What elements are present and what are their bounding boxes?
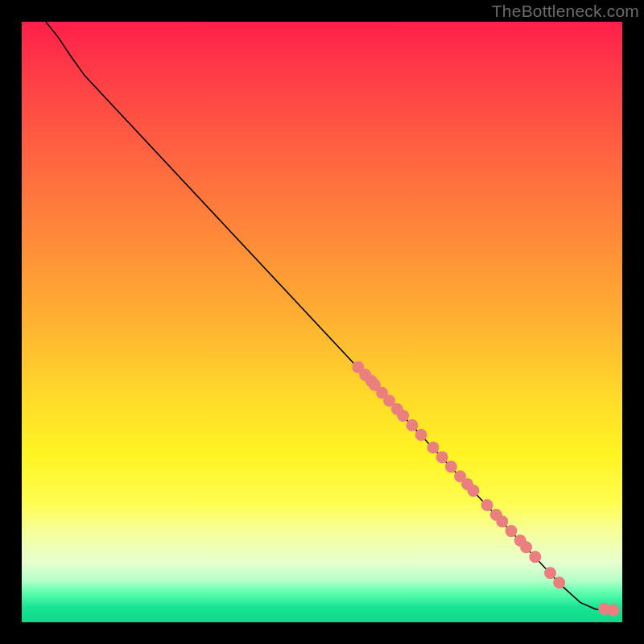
data-point — [427, 441, 440, 453]
data-point — [607, 605, 619, 617]
watermark-text: TheBottleneck.com — [492, 2, 639, 21]
data-point — [397, 410, 409, 422]
data-point — [468, 485, 480, 497]
data-point — [506, 525, 518, 537]
data-point — [553, 576, 565, 588]
chart-canvas: TheBottleneck.com — [0, 0, 644, 644]
data-point — [496, 515, 508, 527]
data-point — [445, 460, 457, 473]
data-point — [436, 451, 448, 463]
data-point — [406, 419, 418, 431]
data-point — [544, 567, 556, 579]
data-point — [415, 429, 427, 441]
data-points-group — [352, 361, 619, 616]
plot-area — [22, 22, 622, 622]
bottleneck-curve — [46, 22, 610, 610]
data-point — [481, 499, 493, 511]
data-point — [520, 541, 532, 553]
chart-overlay — [22, 22, 622, 622]
data-point — [529, 551, 541, 563]
